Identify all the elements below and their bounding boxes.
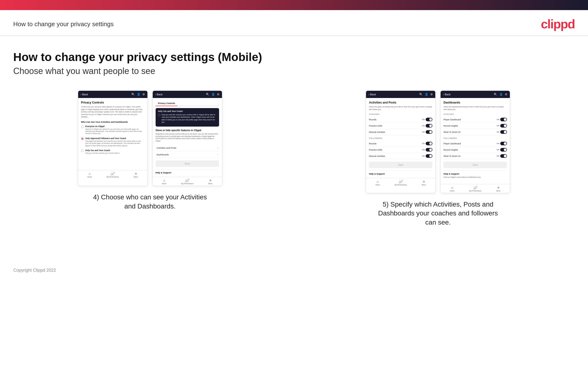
toggle-switch-6[interactable] [426, 154, 432, 158]
nav-menu-3[interactable]: ≡ Menu [412, 178, 435, 187]
nav-performance-2[interactable]: 📈 My Performance [176, 177, 199, 186]
main-content: How to change your privacy settings (Mob… [0, 36, 588, 251]
toggle-switch-8[interactable] [500, 124, 507, 127]
coaches-drills-toggle[interactable]: ON [422, 124, 432, 127]
popup-text: Only you and the coaches you connect wit… [162, 114, 217, 124]
toggle-on-label-4: ON [422, 142, 425, 145]
people-icon-3[interactable]: 👤 [425, 93, 428, 96]
option-everyone[interactable]: Everyone on Clippd Anyone on Clippd can … [81, 125, 145, 135]
people-icon-4[interactable]: 👤 [499, 93, 503, 96]
menu-dashboards[interactable]: Dashboards › [156, 151, 219, 158]
toggle-switch-4[interactable] [426, 142, 432, 145]
nav-back-3[interactable]: ‹ Back [368, 93, 376, 96]
coaches-rounds-toggle[interactable]: ON [422, 118, 432, 121]
save-btn-2[interactable]: Save [156, 160, 219, 167]
phone-screen-3: ‹ Back 🔍 👤 ⚙ Activities and Posts Select… [366, 91, 435, 193]
toggle-switch-9[interactable] [500, 130, 507, 134]
nav-icons-3: 🔍 👤 ⚙ [419, 93, 433, 96]
chevron-left-icon-2: ‹ [155, 93, 156, 96]
toggle-switch-5[interactable] [426, 148, 432, 151]
followers-rounds-row: Rounds ON [369, 141, 432, 147]
option-everyone-label: Everyone on Clippd [85, 125, 145, 127]
performance-icon-4: 📈 [473, 186, 477, 190]
d-followers-insights-toggle[interactable]: ON [497, 148, 507, 151]
d-coaches-player-toggle[interactable]: ON [497, 118, 507, 121]
d-followers-player-label: Player Dashboard [443, 142, 461, 145]
toggle-on-label-5: ON [422, 149, 425, 151]
toggle-switch-12[interactable] [500, 154, 507, 158]
nav-home-2[interactable]: ⌂ Home [153, 177, 176, 186]
radio-followers[interactable] [81, 137, 84, 140]
toggle-on-label: ON [422, 118, 425, 121]
toggle-switch[interactable] [426, 118, 432, 121]
settings-icon-4[interactable]: ⚙ [505, 93, 507, 96]
option-coach[interactable]: Only You and Your Coach Only you and the… [81, 149, 145, 154]
settings-icon-2[interactable]: ⚙ [217, 93, 220, 96]
option-followers-desc: Only approved followers and coaches you … [85, 140, 145, 147]
save-btn-4[interactable]: Save [443, 162, 507, 168]
people-icon-2[interactable]: 👤 [211, 93, 215, 96]
nav-performance-1[interactable]: 📈 My Performance [101, 170, 124, 179]
search-icon-4[interactable]: 🔍 [494, 93, 497, 96]
nav-home-4[interactable]: ⌂ Home [441, 184, 464, 193]
nav-back-2[interactable]: ‹ Back [155, 93, 163, 96]
nav-performance-4[interactable]: 📈 My Performance [464, 184, 487, 193]
nav-home-1[interactable]: ⌂ Home [78, 170, 101, 179]
toggle-switch-7[interactable] [500, 118, 507, 121]
d-followers-insights-label: Round Insights [443, 149, 458, 151]
nav-performance-3[interactable]: 📈 My Performance [389, 178, 412, 187]
chevron-right-icon-2: › [217, 153, 218, 156]
coaches-manual-toggle[interactable]: ON [422, 130, 432, 134]
nav-menu-2[interactable]: ≡ Menu [199, 177, 222, 186]
toggle-switch-3[interactable] [426, 130, 432, 134]
phone-screen-1: ‹ Back 🔍 👤 ⚙ Privacy Controls Control ho… [78, 91, 148, 186]
nav-menu-4[interactable]: ≡ Menu [487, 184, 510, 193]
followers-rounds-label: Rounds [369, 142, 376, 145]
d-followers-player-toggle[interactable]: ON [497, 142, 507, 145]
toggle-on-label-11: ON [497, 149, 499, 151]
menu-activities[interactable]: Activities and Posts › [156, 145, 219, 151]
phone-nav-3: ‹ Back 🔍 👤 ⚙ [366, 91, 435, 98]
phone-content-1: Privacy Controls Control how you and you… [78, 98, 147, 170]
settings-icon[interactable]: ⚙ [142, 93, 145, 96]
performance-icon-3: 📈 [399, 180, 403, 184]
nav-menu-1[interactable]: ≡ Menu [124, 170, 147, 179]
radio-everyone[interactable] [81, 125, 84, 128]
performance-icon-2: 📈 [185, 178, 189, 182]
d-coaches-player-label: Player Dashboard [443, 118, 461, 121]
search-icon-2[interactable]: 🔍 [206, 93, 209, 96]
nav-home-3[interactable]: ⌂ Home [366, 178, 389, 187]
toggle-switch-11[interactable] [500, 148, 507, 151]
coaches-drills-row: Practice Drills ON [369, 123, 432, 129]
home-icon-2: ⌂ [163, 178, 165, 182]
followers-manual-toggle[interactable]: ON [422, 154, 432, 158]
home-icon-3: ⌂ [377, 180, 379, 184]
followers-rounds-toggle[interactable]: ON [422, 142, 432, 145]
popup-title: Only You and Your Coach [158, 110, 217, 113]
top-bar [0, 0, 588, 10]
toggle-switch-2[interactable] [426, 124, 432, 127]
menu-icon-2: ≡ [209, 178, 211, 182]
d-coaches-workon-toggle[interactable]: ON [497, 130, 507, 134]
d-coaches-insights-row: Round Insights ON [443, 123, 507, 129]
option-followers[interactable]: Only Approved Followers and Your Coach O… [81, 137, 145, 147]
phone-content-3: Activities and Posts Select the types of… [366, 98, 435, 178]
option-everyone-desc: Anyone on Clippd can search for you and … [85, 128, 145, 135]
people-icon[interactable]: 👤 [137, 93, 140, 96]
nav-back-1[interactable]: ‹ Back [81, 93, 88, 96]
search-icon-3[interactable]: 🔍 [419, 93, 423, 96]
followers-drills-toggle[interactable]: ON [422, 148, 432, 151]
d-followers-workon-toggle[interactable]: ON [497, 154, 507, 158]
save-btn-3[interactable]: Save [369, 162, 432, 168]
search-icon[interactable]: 🔍 [131, 93, 135, 96]
screenshots-row: ‹ Back 🔍 👤 ⚙ Privacy Controls Control ho… [13, 91, 575, 227]
home-icon-4: ⌂ [451, 186, 453, 190]
d-coaches-insights-toggle[interactable]: ON [497, 124, 507, 127]
nav-back-4[interactable]: ‹ Back [443, 93, 450, 96]
toggle-switch-10[interactable] [500, 142, 507, 145]
tab-privacy-controls[interactable]: Privacy Controls [156, 101, 178, 106]
option-followers-label: Only Approved Followers and Your Coach [85, 137, 145, 140]
settings-icon-3[interactable]: ⚙ [430, 93, 433, 96]
dashboards-desc: Select the dashboards that you'd like to… [443, 106, 507, 111]
radio-coach[interactable] [81, 149, 84, 152]
